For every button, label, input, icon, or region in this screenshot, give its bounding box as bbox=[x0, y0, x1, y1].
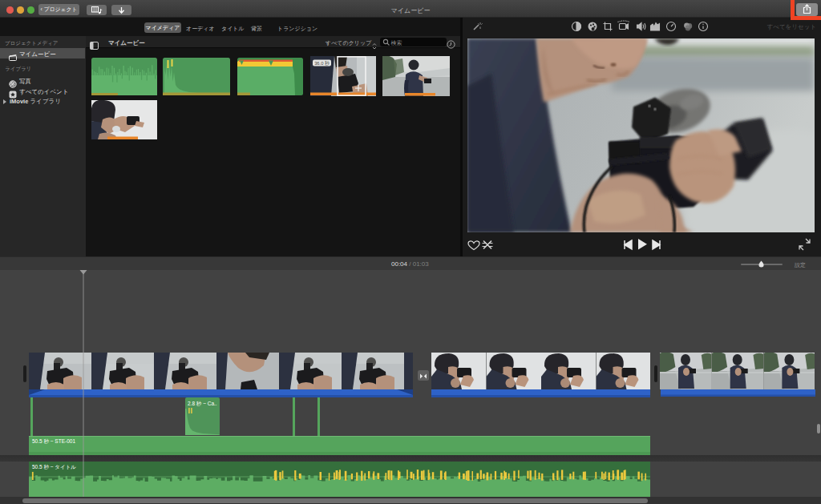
svg-text:すべてをリセット: すべてをリセット bbox=[767, 23, 816, 30]
svg-text:50.5 秒 ~ タイトル: 50.5 秒 ~ タイトル bbox=[32, 464, 76, 470]
svg-text:36.0 秒: 36.0 秒 bbox=[314, 61, 330, 66]
svg-text:50.5 秒 ~ STE-001: 50.5 秒 ~ STE-001 bbox=[32, 438, 75, 445]
svg-text:2.8 秒 ~ Ca..: 2.8 秒 ~ Ca.. bbox=[188, 401, 217, 407]
